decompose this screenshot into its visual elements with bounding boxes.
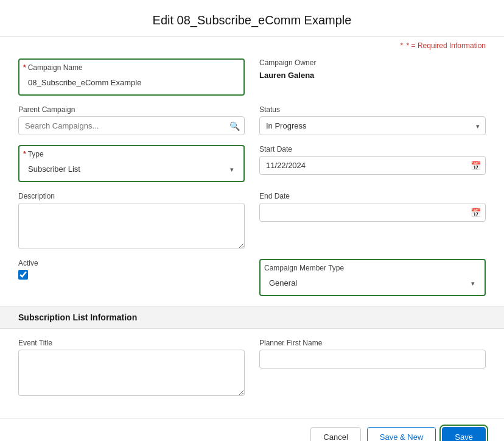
modal-footer: Cancel Save & New Save — [0, 418, 504, 441]
end-date-group: End Date 📅 — [259, 192, 486, 222]
end-date-label: End Date — [259, 192, 486, 200]
campaign-owner-group: Campaign Owner Lauren Galena — [259, 58, 486, 80]
planner-first-name-input[interactable] — [259, 350, 486, 369]
end-date-input[interactable] — [259, 203, 486, 222]
col-start-date: Start Date 📅 — [259, 145, 486, 175]
start-date-input-wrapper: 📅 — [259, 156, 486, 175]
campaign-name-required-star: * — [23, 63, 26, 72]
col-description: Description — [18, 192, 245, 249]
modal-header: Edit 08_Subscribe_eComm Example — [0, 0, 504, 37]
col-end-date: End Date 📅 — [259, 192, 486, 222]
start-date-group: Start Date 📅 — [259, 145, 486, 175]
active-checkbox-row — [18, 270, 245, 280]
parent-campaign-search-wrapper: 🔍 — [18, 116, 245, 135]
campaign-member-type-select-wrapper: General Other ▾ — [264, 275, 481, 291]
col-planner-first-name: Planner First Name — [259, 339, 486, 369]
parent-campaign-group: Parent Campaign 🔍 — [18, 105, 245, 135]
campaign-member-type-select[interactable]: General Other — [264, 275, 481, 291]
row-description-enddate: Description End Date 📅 — [18, 192, 486, 249]
description-group: Description — [18, 192, 245, 249]
campaign-name-group: * Campaign Name — [18, 58, 245, 96]
planner-first-name-label: Planner First Name — [259, 339, 486, 347]
status-select-wrapper: Planning In Progress Completed Aborted ▾ — [259, 116, 486, 135]
active-label: Active — [18, 259, 245, 267]
start-date-input[interactable] — [259, 156, 486, 175]
start-date-label: Start Date — [259, 145, 486, 153]
type-select[interactable]: Advertisement Direct Mail Email Subscrib… — [23, 161, 240, 177]
col-parent-campaign: Parent Campaign 🔍 — [18, 105, 245, 135]
end-date-input-wrapper: 📅 — [259, 203, 486, 222]
status-group: Status Planning In Progress Completed Ab… — [259, 105, 486, 135]
edit-modal: Edit 08_Subscribe_eComm Example * * = Re… — [0, 0, 504, 441]
subscription-list-section-header: Subscription List Information — [0, 306, 504, 329]
description-label: Description — [18, 192, 245, 200]
row-active-membertype: Active Campaign Member Type General Othe… — [18, 259, 486, 296]
active-checkbox[interactable] — [18, 270, 28, 280]
row-event-planner: Event Title Planner First Name — [18, 339, 486, 396]
type-group: * Type Advertisement Direct Mail Email S… — [18, 145, 245, 182]
col-event-title: Event Title — [18, 339, 245, 396]
row-campaign-name-owner: * Campaign Name Campaign Owner Lauren Ga… — [18, 58, 486, 96]
cancel-button[interactable]: Cancel — [310, 427, 360, 441]
col-active: Active — [18, 259, 245, 280]
modal-title: Edit 08_Subscribe_eComm Example — [12, 13, 492, 27]
save-button[interactable]: Save — [442, 427, 486, 441]
type-label: * Type — [23, 150, 240, 158]
status-label: Status — [259, 105, 486, 114]
save-new-button[interactable]: Save & New — [367, 427, 436, 441]
parent-campaign-input[interactable] — [18, 116, 245, 135]
campaign-name-input[interactable] — [23, 74, 240, 91]
col-campaign-owner: Campaign Owner Lauren Galena — [259, 58, 486, 80]
campaign-member-type-label: Campaign Member Type — [264, 264, 481, 272]
description-textarea[interactable] — [18, 203, 245, 249]
campaign-owner-label: Campaign Owner — [259, 58, 486, 67]
row-parent-status: Parent Campaign 🔍 Status Planning In Pro… — [18, 105, 486, 135]
col-campaign-member-type: Campaign Member Type General Other ▾ — [259, 259, 486, 296]
event-title-textarea[interactable] — [18, 350, 245, 396]
required-info-text: * * = Required Information — [0, 37, 504, 52]
active-group: Active — [18, 259, 245, 280]
row-type-startdate: * Type Advertisement Direct Mail Email S… — [18, 145, 486, 182]
type-required-star: * — [23, 150, 26, 158]
campaign-owner-value: Lauren Galena — [259, 69, 486, 80]
event-title-label: Event Title — [18, 339, 245, 347]
planner-first-name-group: Planner First Name — [259, 339, 486, 369]
event-title-group: Event Title — [18, 339, 245, 396]
campaign-member-type-group: Campaign Member Type General Other ▾ — [259, 259, 486, 296]
col-type: * Type Advertisement Direct Mail Email S… — [18, 145, 245, 182]
type-select-wrapper: Advertisement Direct Mail Email Subscrib… — [23, 161, 240, 177]
col-campaign-name: * Campaign Name — [18, 58, 245, 96]
required-star: * — [401, 41, 404, 50]
campaign-name-label: * Campaign Name — [23, 63, 240, 72]
parent-campaign-label: Parent Campaign — [18, 105, 245, 114]
modal-body: * Campaign Name Campaign Owner Lauren Ga… — [0, 52, 504, 418]
status-select[interactable]: Planning In Progress Completed Aborted — [259, 116, 486, 135]
col-status: Status Planning In Progress Completed Ab… — [259, 105, 486, 135]
